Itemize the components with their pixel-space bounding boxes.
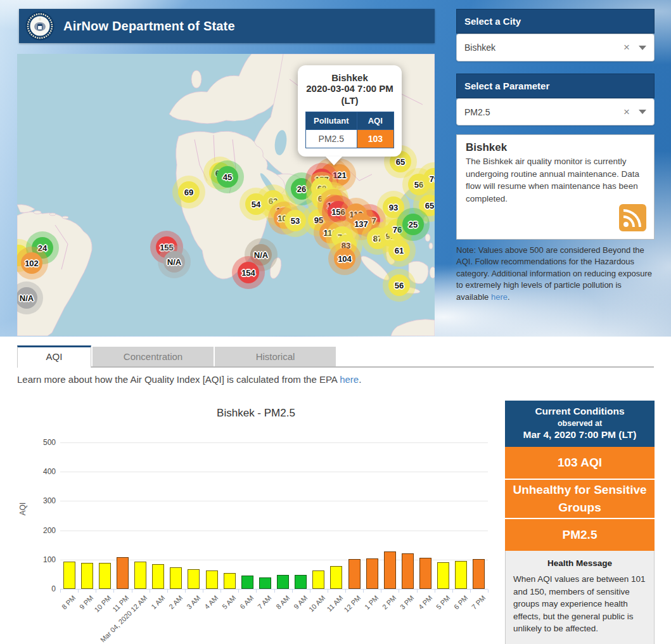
select-city-label: Select a City: [464, 16, 521, 27]
chart-x-tick-mark: [435, 589, 435, 593]
chart-x-tick-mark: [452, 589, 453, 593]
chart-x-label: 8 PM: [60, 594, 77, 611]
chart-bar-1-pm[interactable]: [366, 558, 378, 589]
chart-y-tick-label: 0: [30, 584, 56, 593]
map-marker-54[interactable]: 54: [245, 193, 267, 215]
chart-y-axis-label: AQI: [18, 503, 27, 516]
chart-x-tick-mark: [113, 589, 114, 593]
chart-bar-3-am[interactable]: [188, 569, 200, 589]
chart-x-label: 7 PM: [470, 594, 487, 611]
chart-x-label: 1 PM: [363, 594, 380, 611]
chart-x-tick-mark: [185, 589, 186, 593]
city-clear-icon[interactable]: ×: [617, 41, 636, 54]
map-marker-25[interactable]: 25: [402, 214, 424, 235]
map-marker-na[interactable]: N/A: [17, 287, 37, 309]
chart-bar-mar-04-2020-12-am[interactable]: [134, 562, 146, 589]
tab-concentration[interactable]: Concentration: [93, 347, 214, 366]
chart-x-tick-mark: [488, 589, 489, 593]
chart-bar-2-am[interactable]: [170, 567, 182, 589]
chart-y-tick-label: 200: [30, 526, 56, 535]
chart-x-label: 3 PM: [399, 594, 416, 611]
chart-x-tick-mark: [345, 589, 346, 593]
chart-bar-4-am[interactable]: [206, 570, 218, 589]
chart-bar-10-pm[interactable]: [99, 563, 111, 589]
chart-bar-6-pm[interactable]: [455, 561, 467, 589]
chart-bar-5-am[interactable]: [224, 573, 236, 589]
chart-bar-7-am[interactable]: [259, 577, 271, 589]
world-map[interactable]: 6345692662541510853951121211576867181771…: [17, 54, 435, 336]
select-city-header: Select a City: [456, 9, 655, 34]
chart-gridline: [60, 501, 488, 501]
chart-x-tick-mark: [381, 589, 381, 593]
popup-col-pollutant: Pollutant: [306, 112, 357, 129]
popup-datetime: 2020-03-04 7:00 PM (LT): [305, 83, 394, 107]
chart-x-label: 2 AM: [167, 594, 184, 610]
chart-x-tick-mark: [78, 589, 79, 593]
tab-bar: AQI Concentration Historical: [17, 345, 654, 368]
chart-bar-11-am[interactable]: [330, 566, 342, 589]
page: AirNow Department of State: [0, 0, 671, 644]
map-marker-104[interactable]: 104: [334, 248, 355, 269]
chart-x-tick-mark: [399, 589, 399, 593]
map-marker-69[interactable]: 69: [178, 181, 200, 203]
tab-aqi[interactable]: AQI: [17, 345, 91, 368]
chart-bar-3-pm[interactable]: [402, 553, 414, 589]
parameter-clear-icon[interactable]: ×: [617, 106, 636, 119]
app-title: AirNow Department of State: [63, 19, 235, 34]
chart-x-tick-mark: [363, 589, 364, 593]
chart-bar-9-pm[interactable]: [81, 563, 93, 589]
chart-x-tick-mark: [328, 589, 328, 593]
parameter-dropdown[interactable]: PM2.5 ×: [456, 98, 655, 126]
map-marker-45[interactable]: 45: [217, 166, 238, 188]
observed-at-label: observed at: [509, 419, 651, 428]
parameter-dropdown-value: PM2.5: [464, 107, 617, 117]
chart-y-tick-label: 500: [30, 438, 56, 447]
parameter-caret-down-icon[interactable]: [639, 110, 646, 114]
tab-historical[interactable]: Historical: [215, 347, 336, 366]
chart-x-tick-mark: [470, 589, 471, 593]
city-info-text: The Bishkek air quality monitor is curre…: [466, 155, 645, 205]
chart-x-label: 8 AM: [274, 594, 291, 610]
chart-bar-7-pm[interactable]: [473, 559, 485, 589]
map-marker-56[interactable]: 56: [388, 274, 410, 296]
map-marker-154[interactable]: 154: [238, 262, 259, 283]
chart-bar-11-pm[interactable]: [117, 557, 129, 589]
note-link[interactable]: here: [491, 292, 508, 302]
chart-x-tick-mark: [274, 589, 275, 593]
map-marker-na[interactable]: N/A: [163, 251, 185, 273]
chart-x-label: 11 AM: [325, 594, 344, 613]
rss-feed-icon[interactable]: [619, 204, 646, 231]
chart-x-label: 6 PM: [452, 594, 470, 611]
chart-x-tick-mark: [132, 589, 132, 593]
chart-x-label: 9 AM: [292, 594, 309, 610]
note-suffix: .: [508, 292, 510, 302]
chart-bar-2-pm[interactable]: [384, 551, 396, 589]
chart-x-tick-mark: [417, 589, 418, 593]
map-popup: Bishkek 2020-03-04 7:00 PM (LT) Pollutan…: [298, 65, 402, 157]
map-marker-79[interactable]: 79: [423, 168, 435, 190]
chart-bar-4-pm[interactable]: [419, 558, 431, 589]
chart-bar-1-am[interactable]: [152, 564, 164, 589]
chart-bar-8-pm[interactable]: [63, 562, 75, 589]
learn-more-link[interactable]: here: [340, 374, 359, 385]
chart-x-tick-mark: [220, 589, 221, 593]
chart-bar-8-am[interactable]: [277, 575, 289, 589]
learn-more-prefix: Learn more about how the Air Quality Ind…: [17, 374, 337, 385]
chart-x-label: 10 AM: [307, 594, 327, 614]
chart-x-label: 1 AM: [150, 594, 166, 610]
city-dropdown[interactable]: Bishkek ×: [456, 34, 655, 61]
city-caret-down-icon[interactable]: [639, 46, 646, 50]
select-parameter-header: Select a Parameter: [456, 74, 655, 98]
popup-aqi-value: 103: [357, 129, 393, 148]
chart-x-label: 2 PM: [381, 594, 398, 611]
chart-bar-5-pm[interactable]: [437, 562, 449, 589]
map-marker-61[interactable]: 61: [388, 240, 410, 261]
chart-bar-10-am[interactable]: [312, 570, 324, 589]
chart-x-tick-mark: [167, 589, 168, 593]
city-info-title: Bishkek: [466, 141, 645, 154]
chart-bar-6-am[interactable]: [241, 576, 253, 589]
popup-city-name: Bishkek: [305, 72, 394, 83]
chart-bar-12-pm[interactable]: [348, 559, 361, 589]
chart-bar-9-am[interactable]: [295, 575, 307, 589]
map-marker-102[interactable]: 102: [21, 252, 42, 274]
